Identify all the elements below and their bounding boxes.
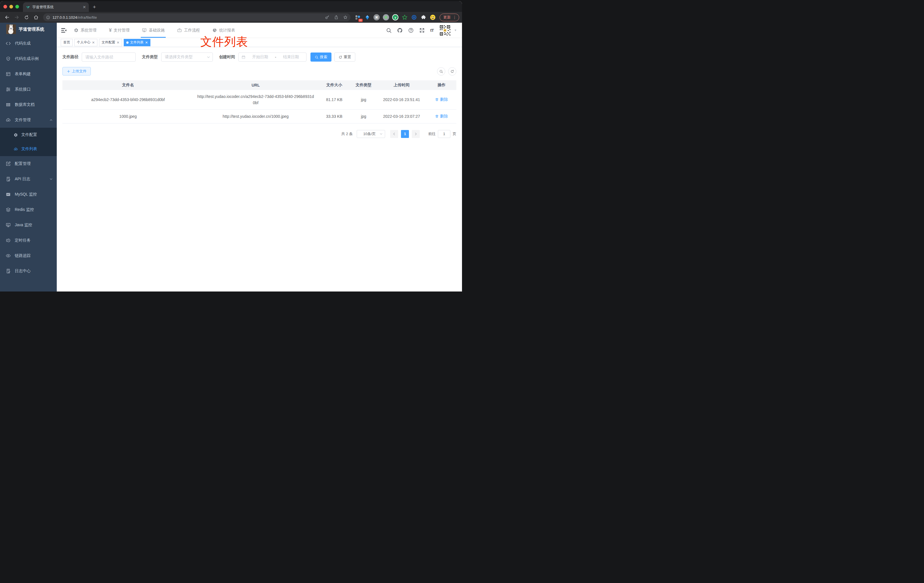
refresh-icon <box>450 69 454 73</box>
tag-file-config[interactable]: 文件配置 ✕ <box>99 39 122 46</box>
calendar-icon <box>241 55 246 59</box>
search-icon[interactable] <box>386 28 392 33</box>
share-icon[interactable] <box>334 15 338 20</box>
bookmark-star-icon[interactable] <box>343 15 348 20</box>
forward-button[interactable] <box>13 13 21 21</box>
minimize-window-button[interactable] <box>9 5 13 8</box>
tab-close-icon[interactable]: ✕ <box>82 5 86 9</box>
goto-label: 前往 <box>428 131 436 137</box>
tag-home[interactable]: 首页 <box>61 39 73 46</box>
user-avatar-qr[interactable] <box>439 25 451 36</box>
col-filename: 文件名 <box>63 80 193 90</box>
sidebar-item-form-builder[interactable]: 表单构建 <box>0 66 57 82</box>
tag-profile[interactable]: 个人中心 ✕ <box>74 39 97 46</box>
cell-url: http://test.yudao.iocoder.cn/1000.jpeg <box>193 109 318 124</box>
top-nav-workflow[interactable]: 工作流程 <box>177 23 200 38</box>
tags-view-bar: 首页 个人中心 ✕ 文件配置 ✕ 文件列表 ✕ <box>57 38 462 47</box>
file-path-label: 文件路径 <box>63 55 78 59</box>
sidebar-collapse-icon[interactable] <box>61 27 67 33</box>
date-range-picker[interactable]: 开始日期 - 结束日期 <box>238 53 307 61</box>
upload-file-button[interactable]: 上传文件 <box>63 67 91 76</box>
file-type-select[interactable]: 请选择文件类型 <box>161 53 213 61</box>
sidebar-item-redis-monitor[interactable]: Redis 监控 <box>0 202 57 217</box>
gear-icon <box>13 133 18 137</box>
sidebar-item-log-center[interactable]: 日志中心 <box>0 263 57 279</box>
cell-upload-time: 2022-03-16 23:07:27 <box>376 109 427 124</box>
next-page-button[interactable] <box>412 130 420 138</box>
avatar-caret-down-icon[interactable]: ▼ <box>454 29 457 32</box>
page-size-select[interactable]: 10条/页 <box>357 130 385 138</box>
browser-menu-dots-icon[interactable]: ⋮ <box>453 15 457 20</box>
sidebar-item-scheduled-tasks[interactable]: 定时任务 <box>0 233 57 248</box>
goto-page-input[interactable] <box>438 130 450 138</box>
close-icon[interactable]: ✕ <box>145 41 148 45</box>
close-window-button[interactable] <box>3 5 7 8</box>
tag-file-list[interactable]: 文件列表 ✕ <box>124 39 150 46</box>
sidebar-item-file-list[interactable]: 文件列表 <box>0 142 57 156</box>
delete-button[interactable]: 删除 <box>435 113 448 119</box>
back-button[interactable] <box>3 13 12 21</box>
extension-command-icon[interactable]: ⌘ <box>373 14 380 21</box>
profile-avatar-emoji[interactable] <box>429 14 436 21</box>
extensions-puzzle-icon[interactable] <box>420 14 427 21</box>
sidebar-item-code-demo[interactable]: 代码生成示例 <box>0 51 57 66</box>
sidebar-item-api-log[interactable]: API 日志 <box>0 172 57 187</box>
sidebar-item-mysql-monitor[interactable]: MySQL 监控 <box>0 187 57 202</box>
chrome-update-button[interactable]: 更新 ⋮ <box>440 13 459 21</box>
sidebar-item-java-monitor[interactable]: Java 监控 <box>0 217 57 233</box>
sidebar-item-system-api[interactable]: 系统接口 <box>0 82 57 97</box>
site-info-icon[interactable] <box>46 15 50 20</box>
browser-tab[interactable]: 芋道管理系统 ✕ <box>23 2 89 12</box>
fullscreen-icon[interactable] <box>419 28 425 33</box>
monitor-icon <box>6 223 11 228</box>
extension-green-star-icon[interactable] <box>401 14 408 21</box>
sidebar-item-trace[interactable]: 链路追踪 <box>0 248 57 263</box>
prev-page-button[interactable] <box>390 130 398 138</box>
extension-green-dot-icon[interactable] <box>383 14 389 21</box>
reset-button[interactable]: 重置 <box>334 53 355 61</box>
refresh-table-button[interactable] <box>448 67 456 76</box>
extension-y-icon[interactable]: y <box>392 14 399 21</box>
show-search-toggle-button[interactable] <box>437 67 445 76</box>
search-button[interactable]: 搜索 <box>310 53 332 61</box>
sidebar-item-file-management[interactable]: 文件管理 <box>0 112 57 128</box>
top-nav-payment[interactable]: ¥ 支付管理 <box>109 23 129 38</box>
extension-blue-rings-icon[interactable] <box>411 14 417 21</box>
extension-kite-icon[interactable] <box>364 14 371 21</box>
table-header-row: 文件名 URL 文件大小 文件类型 上传时间 操作 <box>63 80 456 90</box>
close-icon[interactable]: ✕ <box>117 41 119 45</box>
sidebar-item-config-management[interactable]: 配置管理 <box>0 156 57 172</box>
sidebar: 芋道管理系统 代码生成 代码生成示例 表单构建 系统接口 <box>0 23 57 292</box>
sidebar-item-code-gen[interactable]: 代码生成 <box>0 36 57 51</box>
briefcase-icon <box>177 28 182 33</box>
help-question-icon[interactable] <box>408 28 414 33</box>
favicon-sprout-icon <box>26 5 30 9</box>
zoom-window-button[interactable] <box>15 5 19 8</box>
file-table: 文件名 URL 文件大小 文件类型 上传时间 操作 a294ecb2-73dd-… <box>63 80 456 124</box>
main-area: 系统管理 ¥ 支付管理 基础设施 工作流程 <box>57 23 462 292</box>
address-bar[interactable]: 127.0.0.1:1024/infra/file/file <box>43 13 350 21</box>
sidebar-item-db-doc[interactable]: 数据库文档 <box>0 97 57 112</box>
cloud-download-icon <box>6 117 11 122</box>
reload-button[interactable] <box>22 13 31 21</box>
top-nav-system[interactable]: 系统管理 <box>74 23 96 38</box>
github-icon[interactable] <box>397 28 403 33</box>
refresh-icon <box>338 55 342 59</box>
sidebar-logo[interactable]: 芋道管理系统 <box>0 23 57 36</box>
page-number-button[interactable]: 1 <box>401 130 409 138</box>
delete-button[interactable]: 删除 <box>435 96 448 102</box>
file-path-input[interactable] <box>82 53 136 61</box>
extension-blue-diamond-icon[interactable]: 11 <box>355 14 361 21</box>
top-nav-infrastructure[interactable]: 基础设施 <box>142 23 165 38</box>
close-icon[interactable]: ✕ <box>92 41 95 45</box>
new-tab-button[interactable]: + <box>93 4 96 10</box>
font-size-icon[interactable]: tT <box>430 28 434 33</box>
top-nav: 系统管理 ¥ 支付管理 基础设施 工作流程 <box>74 23 235 38</box>
home-button[interactable] <box>32 13 40 21</box>
create-time-label: 创建时间 <box>219 55 235 59</box>
password-key-icon[interactable] <box>325 15 330 20</box>
sidebar-item-file-config[interactable]: 文件配置 <box>0 128 57 142</box>
filter-form: 文件路径 文件类型 请选择文件类型 创建时间 开始日期 - 结束日期 <box>63 53 456 61</box>
tab-title: 芋道管理系统 <box>32 5 80 10</box>
top-nav-reports[interactable]: 统计报表 <box>212 23 235 38</box>
